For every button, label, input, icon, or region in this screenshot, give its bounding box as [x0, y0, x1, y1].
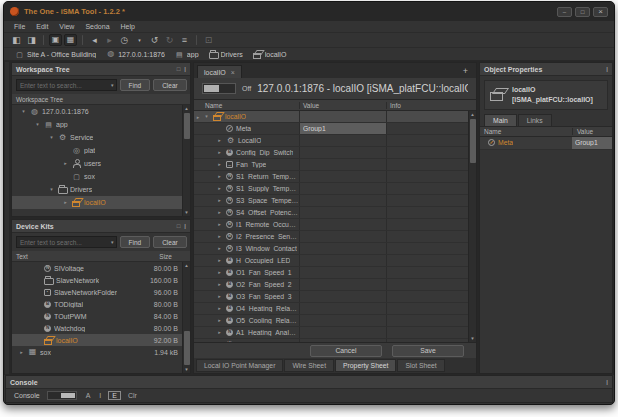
toolbar-button[interactable]: [25, 34, 38, 46]
property-row[interactable]: S1_Supply_Temperature: [194, 183, 468, 195]
scroll-down-icon[interactable]: ▼: [470, 335, 474, 342]
kit-row[interactable]: TOutPWM 84.00 B: [12, 310, 182, 322]
object-properties-tab[interactable]: Main: [484, 114, 517, 126]
console-filter-button[interactable]: Clr: [126, 391, 139, 400]
scroll-up-icon[interactable]: ▲: [184, 262, 188, 269]
scroll-thumb[interactable]: [184, 113, 190, 139]
column-size[interactable]: Size: [159, 253, 186, 260]
workspace-clear-button[interactable]: Clear: [153, 79, 187, 91]
kit-row[interactable]: SlaveNetworkFolder 96.00 B: [12, 286, 182, 298]
tree-item[interactable]: plat: [12, 144, 182, 157]
breadcrumb-item[interactable]: 127.0.0.1:1876: [102, 50, 169, 59]
save-button[interactable]: Save: [392, 345, 464, 357]
tab-localio[interactable]: localIO ×: [197, 65, 242, 78]
device-kits-clear-button[interactable]: Clear: [153, 236, 187, 248]
view-tab[interactable]: Wire Sheet: [284, 359, 334, 372]
column-info[interactable]: Info: [386, 102, 476, 109]
property-row[interactable]: Meta Group1: [194, 123, 468, 135]
view-tab[interactable]: Slot Sheet: [397, 359, 444, 372]
pin-icon[interactable]: |: [184, 66, 186, 72]
property-row[interactable]: localIO: [194, 111, 468, 123]
tree-item[interactable]: Drivers: [12, 183, 182, 196]
tree-item[interactable]: Service: [12, 131, 182, 144]
breadcrumb-item[interactable]: Site A - Office Building: [11, 50, 100, 59]
menu-item[interactable]: Sedona: [85, 23, 109, 30]
property-row[interactable]: O2_Fan_Speed_2: [194, 279, 468, 291]
toolbar-button[interactable]: [88, 34, 101, 46]
toolbar-button[interactable]: [103, 34, 116, 46]
expander-icon[interactable]: [20, 109, 27, 114]
expander-icon[interactable]: [216, 306, 223, 311]
console-toggle[interactable]: [47, 391, 77, 400]
property-row[interactable]: O1_Fan_Speed_1: [194, 267, 468, 279]
toolbar-button[interactable]: [178, 34, 191, 46]
chevron-down-icon[interactable]: ▾: [111, 82, 116, 88]
tree-item[interactable]: localIO: [12, 196, 182, 209]
menu-item[interactable]: Edit: [36, 23, 48, 30]
expander-icon[interactable]: [216, 270, 223, 275]
device-kits-search-input[interactable]: [17, 239, 111, 246]
menu-item[interactable]: View: [59, 23, 74, 30]
expander-icon[interactable]: [216, 234, 223, 239]
breadcrumb-item[interactable]: app: [171, 50, 203, 59]
property-row[interactable]: O3_Fan_Speed_3: [194, 291, 468, 303]
console-filter-button[interactable]: I: [97, 391, 103, 400]
scroll-thumb[interactable]: [470, 119, 476, 163]
toolbar-button[interactable]: [82, 35, 83, 45]
column-name[interactable]: Name: [202, 102, 299, 109]
expander-icon[interactable]: [34, 122, 41, 127]
close-icon[interactable]: ×: [231, 69, 235, 76]
tree-item[interactable]: users: [12, 157, 182, 170]
toolbar-button[interactable]: [64, 34, 77, 46]
chevron-down-icon[interactable]: ▾: [111, 239, 116, 245]
device-kits-scrollbar[interactable]: ▲ ▼: [182, 262, 190, 373]
menu-item[interactable]: Help: [121, 23, 135, 30]
toolbar-button[interactable]: [49, 34, 62, 46]
property-row[interactable]: S4_Offset_Potenciometer: [194, 207, 468, 219]
toolbar-button[interactable]: [10, 34, 23, 46]
property-row[interactable]: Config_Dip_Switch: [194, 147, 468, 159]
window-control-button[interactable]: [593, 7, 608, 17]
add-tab-button[interactable]: +: [458, 66, 473, 78]
expander-icon[interactable]: [48, 135, 55, 140]
kit-row[interactable]: localIO 92.00 B: [12, 334, 182, 346]
scroll-up-icon[interactable]: ▲: [184, 105, 188, 112]
window-control-button[interactable]: [557, 7, 572, 17]
restore-panel-icon[interactable]: □: [177, 223, 181, 229]
pin-icon[interactable]: |: [606, 66, 608, 72]
toolbar-button[interactable]: [196, 35, 197, 45]
cancel-button[interactable]: Cancel: [310, 345, 382, 357]
console-filter-button[interactable]: E: [108, 391, 121, 400]
expander-icon[interactable]: [216, 150, 223, 155]
expander-icon[interactable]: [62, 200, 69, 205]
expander-icon[interactable]: [18, 350, 25, 355]
kit-row[interactable]: SIVoltage 80.00 B: [12, 262, 182, 274]
kit-row[interactable]: TODigital 80.00 B: [12, 298, 182, 310]
restore-panel-icon[interactable]: □: [177, 66, 181, 72]
tree-item[interactable]: 127.0.0.1:1876: [12, 105, 182, 118]
column-value[interactable]: Value: [299, 102, 386, 109]
expander-icon[interactable]: [48, 187, 55, 192]
workspace-find-button[interactable]: Find: [120, 79, 151, 91]
property-row[interactable]: O4_Heating_Relay_Out: [194, 303, 468, 315]
object-property-row[interactable]: Meta Group1: [480, 137, 612, 150]
expander-icon[interactable]: [216, 330, 223, 335]
property-row[interactable]: I1_Remote_Occupancy...: [194, 219, 468, 231]
scroll-down-icon[interactable]: ▼: [184, 209, 188, 216]
column-value[interactable]: Value: [572, 128, 612, 135]
expander-icon[interactable]: [216, 138, 223, 143]
expander-icon[interactable]: [62, 161, 69, 166]
pin-icon[interactable]: |: [184, 223, 186, 229]
property-sheet-scrollbar[interactable]: ▲ ▼: [468, 111, 476, 342]
kit-row[interactable]: sox 1.94 kB: [12, 346, 182, 358]
tree-item[interactable]: app: [12, 118, 182, 131]
pin-icon[interactable]: |: [606, 379, 608, 385]
property-row[interactable]: I3_Window_Contact: [194, 243, 468, 255]
property-row[interactable]: I2_Presence_Sensor_Ca...: [194, 231, 468, 243]
window-control-button[interactable]: [575, 7, 590, 17]
tree-item[interactable]: sox: [12, 170, 182, 183]
menu-item[interactable]: File: [14, 23, 25, 30]
property-row[interactable]: LocalIO: [194, 135, 468, 147]
kit-row[interactable]: SlaveNetwork 160.00 B: [12, 274, 182, 286]
expander-icon[interactable]: [216, 318, 223, 323]
